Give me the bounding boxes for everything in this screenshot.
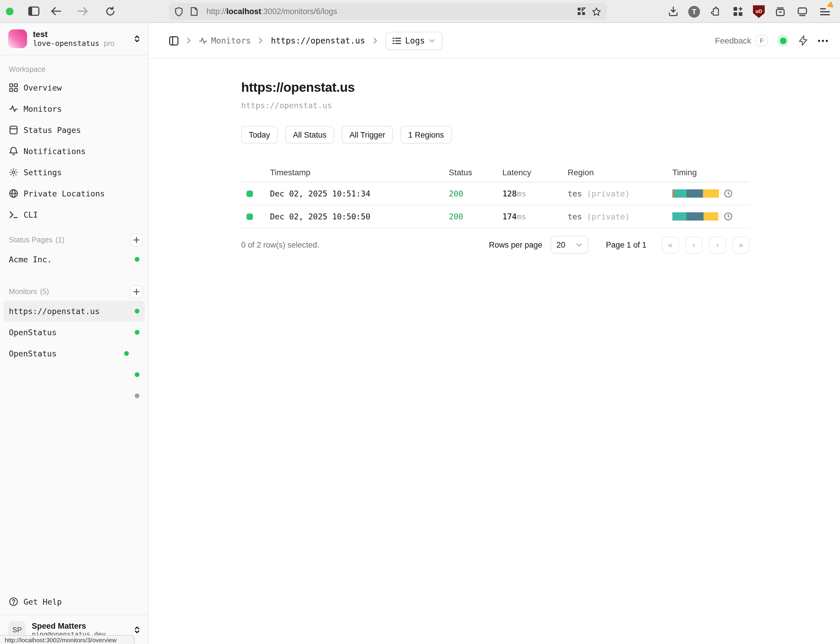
first-page-button[interactable]: « [662,236,679,253]
next-page-button[interactable]: › [709,236,726,253]
workspace-section-label: Workspace [0,55,148,77]
sidebar-item-overview[interactable]: Overview [0,77,148,98]
rows-per-page-select[interactable]: 20 [551,236,588,253]
plus-icon [133,288,140,295]
url-text[interactable]: http://localhost:3002/monitors/6/logs [207,7,337,16]
col-status: Status [449,167,502,177]
row-status-code: 200 [449,189,502,198]
table-row[interactable]: Dec 02, 2025 10:50:50 200 174ms tes (pri… [241,205,750,228]
traffic-light-green[interactable] [6,7,13,15]
activity-icon [9,104,18,113]
timing-segment [672,212,687,220]
chevron-right-icon [257,37,265,44]
downloads-icon[interactable] [666,5,680,18]
filter-date-button[interactable]: Today [241,126,278,143]
row-latency: 174ms [502,212,568,221]
archive-box-icon[interactable] [773,5,787,18]
list-icon [392,37,401,44]
grid-icon [9,83,18,92]
link-preview-statusbar: http://localhost:3002/monitors/3/overvie… [0,635,135,644]
logs-table: Timestamp Status Latency Region Timing D… [241,162,750,228]
sidebar-item-notifications[interactable]: Notifications [0,141,148,162]
reload-icon[interactable] [103,4,117,18]
add-status-page-button[interactable] [130,233,143,246]
more-options-icon[interactable] [818,39,828,42]
filter-regions-button[interactable]: 1 Regions [401,126,452,143]
app-sidebar-toggle[interactable] [169,36,179,46]
workspace-switcher[interactable]: test love-openstatus pro [0,23,148,55]
extension-puzzle-icon[interactable] [708,5,722,18]
status-dot [135,257,140,262]
plus-icon [133,237,140,243]
menu-alert-badge [827,0,835,7]
filter-status-button[interactable]: All Status [285,126,334,143]
view-selector-logs-button[interactable]: Logs [385,31,442,50]
address-bar[interactable]: http://localhost:3002/monitors/6/logs [169,3,607,20]
sidebar-item-cli[interactable]: CLI [0,204,148,225]
status-dot [135,393,140,398]
back-icon[interactable] [49,4,63,18]
workspace-name: test [33,30,133,39]
monitor-item-unnamed-1[interactable] [3,364,145,385]
clock-icon[interactable] [724,189,732,198]
sidebar-item-monitors[interactable]: Monitors [0,98,148,119]
chevron-down-icon [429,37,436,44]
gear-icon [9,168,18,177]
workspace-avatar [8,30,27,48]
breadcrumb: Monitors https://openstat.us Logs [169,31,443,50]
green-status-dot [780,37,786,44]
feedback-button[interactable]: Feedback F [715,35,768,46]
page-title: https://openstat.us [241,80,840,95]
timing-segment [674,189,687,198]
browser-extensions-area: T uO [666,0,832,23]
sidebar-item-private-locations[interactable]: Private Locations [0,183,148,204]
monitor-item-openstatus-2[interactable]: OpenStatus [3,343,145,364]
row-timestamp: Dec 02, 2025 10:50:50 [270,212,449,221]
forward-icon[interactable] [76,4,90,18]
sidebar-item-status-pages[interactable]: Status Pages [0,119,148,141]
page-icon[interactable] [189,5,199,18]
clock-icon[interactable] [724,212,732,220]
monitor-item-openstat[interactable]: https://openstat.us [3,301,145,322]
get-help-button[interactable]: Get Help [0,591,148,612]
sidebar-item-settings[interactable]: Settings [0,162,148,183]
breadcrumb-monitors[interactable]: Monitors [199,36,251,45]
row-timestamp: Dec 02, 2025 10:51:34 [270,189,449,198]
timing-segment [687,189,703,198]
timing-bar [672,212,719,220]
workspace-status-indicator[interactable] [777,35,789,46]
timing-segment [703,189,719,198]
browser-menu-icon[interactable] [818,5,832,18]
extensions-blocks-icon[interactable] [731,5,745,18]
row-status-code: 200 [449,212,502,221]
col-timestamp: Timestamp [270,167,449,177]
extension-t-icon[interactable]: T [688,6,700,17]
main-panel: Monitors https://openstat.us Logs [149,23,840,644]
bookmark-star-icon[interactable] [590,5,602,18]
add-monitor-button[interactable] [130,285,143,298]
sidebar: test love-openstatus pro Workspace Overv… [0,23,149,644]
status-dot [135,330,140,335]
screen: http://localhost:3002/monitors/6/logs T … [0,0,840,644]
monitor-item-openstatus-1[interactable]: OpenStatus [3,322,145,343]
monitor-item-unnamed-2[interactable] [3,385,145,406]
tab-overview-icon[interactable] [795,5,809,18]
page-indicator: Page 1 of 1 [606,240,646,249]
timing-segment [704,212,718,220]
page-subtitle: https://openstat.us [241,100,840,110]
breadcrumb-monitor-url[interactable]: https://openstat.us [271,36,365,45]
status-page-item-acme[interactable]: Acme Inc. [3,249,145,270]
filter-trigger-button[interactable]: All Trigger [342,126,393,143]
prev-page-button[interactable]: ‹ [685,236,702,253]
status-pages-section-header: Status Pages(1) [0,225,148,249]
reader-squares-icon[interactable] [575,5,587,18]
feedback-shortcut-badge: F [756,35,768,46]
zap-icon[interactable] [798,35,808,46]
ublock-shield-icon[interactable]: uO [753,5,765,18]
table-row[interactable]: Dec 02, 2025 10:51:34 200 128ms tes (pri… [241,182,750,205]
terminal-icon [9,210,18,219]
browser-sidebar-toggle-icon[interactable] [26,4,41,18]
last-page-button[interactable]: » [732,236,750,253]
col-timing: Timing [672,167,750,177]
privacy-shield-icon[interactable] [174,5,184,18]
